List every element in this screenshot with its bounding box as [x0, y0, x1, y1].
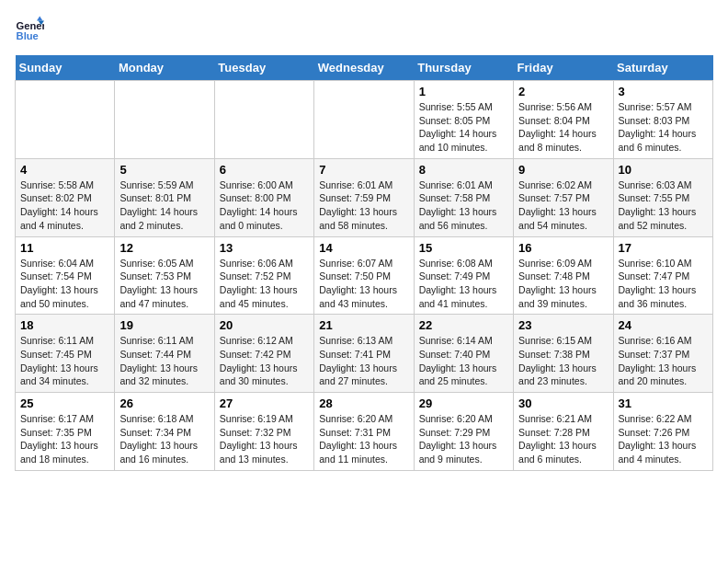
- week-row-1: 1Sunrise: 5:55 AM Sunset: 8:05 PM Daylig…: [16, 81, 713, 159]
- logo-icon: General Blue: [15, 15, 44, 44]
- day-number: 6: [220, 163, 309, 177]
- day-info: Sunrise: 6:11 AM Sunset: 7:45 PM Dayligh…: [20, 334, 109, 388]
- day-number: 14: [319, 241, 408, 255]
- logo: General Blue: [15, 15, 48, 44]
- day-number: 17: [619, 241, 708, 255]
- day-info: Sunrise: 6:03 AM Sunset: 7:55 PM Dayligh…: [619, 178, 708, 233]
- calendar-cell: 30Sunrise: 6:21 AM Sunset: 7:28 PM Dayli…: [514, 393, 613, 471]
- day-number: 30: [518, 396, 608, 410]
- calendar-cell: 31Sunrise: 6:22 AM Sunset: 7:26 PM Dayli…: [613, 393, 712, 471]
- day-info: Sunrise: 6:07 AM Sunset: 7:50 PM Dayligh…: [319, 257, 408, 311]
- svg-marker-2: [37, 17, 42, 21]
- week-row-2: 4Sunrise: 5:58 AM Sunset: 8:02 PM Daylig…: [16, 158, 713, 236]
- day-number: 24: [619, 318, 708, 332]
- calendar-cell: 21Sunrise: 6:13 AM Sunset: 7:41 PM Dayli…: [314, 315, 414, 393]
- calendar-cell: 7Sunrise: 6:01 AM Sunset: 7:59 PM Daylig…: [314, 158, 414, 236]
- calendar-cell: 9Sunrise: 6:02 AM Sunset: 7:57 PM Daylig…: [514, 158, 613, 236]
- day-number: 20: [220, 318, 309, 332]
- calendar-cell: 5Sunrise: 5:59 AM Sunset: 8:01 PM Daylig…: [115, 158, 214, 236]
- day-number: 1: [419, 85, 508, 98]
- day-info: Sunrise: 6:20 AM Sunset: 7:31 PM Dayligh…: [319, 412, 408, 466]
- calendar-cell: 12Sunrise: 6:05 AM Sunset: 7:53 PM Dayli…: [115, 236, 214, 315]
- day-number: 31: [619, 396, 708, 410]
- calendar-cell: 4Sunrise: 5:58 AM Sunset: 8:02 PM Daylig…: [16, 158, 115, 236]
- calendar-cell: 2Sunrise: 5:56 AM Sunset: 8:04 PM Daylig…: [514, 81, 613, 159]
- calendar-cell: 23Sunrise: 6:15 AM Sunset: 7:38 PM Dayli…: [514, 315, 613, 393]
- calendar-cell: 22Sunrise: 6:14 AM Sunset: 7:40 PM Dayli…: [414, 315, 513, 393]
- calendar-cell: 25Sunrise: 6:17 AM Sunset: 7:35 PM Dayli…: [16, 393, 115, 471]
- day-info: Sunrise: 6:05 AM Sunset: 7:53 PM Dayligh…: [119, 257, 209, 311]
- day-number: 23: [518, 318, 608, 332]
- svg-text:Blue: Blue: [17, 30, 39, 41]
- day-info: Sunrise: 6:02 AM Sunset: 7:57 PM Dayligh…: [518, 178, 608, 233]
- week-row-4: 18Sunrise: 6:11 AM Sunset: 7:45 PM Dayli…: [16, 315, 713, 393]
- day-number: 26: [119, 396, 209, 410]
- day-number: 28: [319, 396, 408, 410]
- weekday-header-row: SundayMondayTuesdayWednesdayThursdayFrid…: [16, 55, 713, 81]
- day-number: 19: [119, 318, 209, 332]
- weekday-monday: Monday: [115, 55, 214, 81]
- day-info: Sunrise: 6:10 AM Sunset: 7:47 PM Dayligh…: [619, 257, 708, 311]
- day-info: Sunrise: 6:01 AM Sunset: 7:58 PM Dayligh…: [419, 178, 508, 233]
- calendar-cell: 13Sunrise: 6:06 AM Sunset: 7:52 PM Dayli…: [214, 236, 313, 315]
- calendar-cell: [314, 81, 414, 159]
- day-info: Sunrise: 5:56 AM Sunset: 8:04 PM Dayligh…: [518, 100, 608, 155]
- calendar-cell: 27Sunrise: 6:19 AM Sunset: 7:32 PM Dayli…: [214, 393, 313, 471]
- calendar-cell: 16Sunrise: 6:09 AM Sunset: 7:48 PM Dayli…: [514, 236, 613, 315]
- day-number: 3: [619, 85, 708, 98]
- day-info: Sunrise: 6:22 AM Sunset: 7:26 PM Dayligh…: [619, 412, 708, 466]
- day-number: 8: [419, 163, 508, 177]
- day-info: Sunrise: 5:58 AM Sunset: 8:02 PM Dayligh…: [20, 178, 109, 233]
- day-info: Sunrise: 6:18 AM Sunset: 7:34 PM Dayligh…: [119, 412, 209, 466]
- day-number: 9: [518, 163, 608, 177]
- day-info: Sunrise: 6:14 AM Sunset: 7:40 PM Dayligh…: [419, 334, 508, 388]
- day-info: Sunrise: 6:15 AM Sunset: 7:38 PM Dayligh…: [518, 334, 608, 388]
- day-number: 29: [419, 396, 508, 410]
- day-number: 18: [20, 318, 109, 332]
- day-info: Sunrise: 5:57 AM Sunset: 8:03 PM Dayligh…: [619, 100, 708, 155]
- calendar-cell: 18Sunrise: 6:11 AM Sunset: 7:45 PM Dayli…: [16, 315, 115, 393]
- calendar-cell: 15Sunrise: 6:08 AM Sunset: 7:49 PM Dayli…: [414, 236, 513, 315]
- day-number: 11: [20, 241, 109, 255]
- weekday-tuesday: Tuesday: [214, 55, 313, 81]
- day-number: 10: [619, 163, 708, 177]
- day-number: 22: [419, 318, 508, 332]
- calendar-cell: 8Sunrise: 6:01 AM Sunset: 7:58 PM Daylig…: [414, 158, 513, 236]
- day-number: 27: [220, 396, 309, 410]
- week-row-5: 25Sunrise: 6:17 AM Sunset: 7:35 PM Dayli…: [16, 393, 713, 471]
- calendar-cell: 3Sunrise: 5:57 AM Sunset: 8:03 PM Daylig…: [613, 81, 712, 159]
- weekday-wednesday: Wednesday: [314, 55, 414, 81]
- day-info: Sunrise: 5:55 AM Sunset: 8:05 PM Dayligh…: [419, 100, 508, 155]
- day-info: Sunrise: 6:04 AM Sunset: 7:54 PM Dayligh…: [20, 257, 109, 311]
- calendar-body: 1Sunrise: 5:55 AM Sunset: 8:05 PM Daylig…: [16, 81, 713, 471]
- calendar-cell: 17Sunrise: 6:10 AM Sunset: 7:47 PM Dayli…: [613, 236, 712, 315]
- calendar-cell: [115, 81, 214, 159]
- week-row-3: 11Sunrise: 6:04 AM Sunset: 7:54 PM Dayli…: [16, 236, 713, 315]
- calendar-cell: [214, 81, 313, 159]
- day-info: Sunrise: 5:59 AM Sunset: 8:01 PM Dayligh…: [119, 178, 209, 233]
- weekday-sunday: Sunday: [16, 55, 115, 81]
- day-info: Sunrise: 6:12 AM Sunset: 7:42 PM Dayligh…: [220, 334, 309, 388]
- day-number: 16: [518, 241, 608, 255]
- day-number: 15: [419, 241, 508, 255]
- day-number: 21: [319, 318, 408, 332]
- day-info: Sunrise: 6:16 AM Sunset: 7:37 PM Dayligh…: [619, 334, 708, 388]
- day-info: Sunrise: 6:09 AM Sunset: 7:48 PM Dayligh…: [518, 257, 608, 311]
- weekday-friday: Friday: [514, 55, 613, 81]
- day-number: 7: [319, 163, 408, 177]
- day-info: Sunrise: 6:08 AM Sunset: 7:49 PM Dayligh…: [419, 257, 508, 311]
- day-info: Sunrise: 6:19 AM Sunset: 7:32 PM Dayligh…: [220, 412, 309, 466]
- day-number: 2: [518, 85, 608, 98]
- day-number: 12: [119, 241, 209, 255]
- calendar-cell: 6Sunrise: 6:00 AM Sunset: 8:00 PM Daylig…: [214, 158, 313, 236]
- day-info: Sunrise: 6:00 AM Sunset: 8:00 PM Dayligh…: [220, 178, 309, 233]
- day-number: 13: [220, 241, 309, 255]
- day-info: Sunrise: 6:06 AM Sunset: 7:52 PM Dayligh…: [220, 257, 309, 311]
- weekday-saturday: Saturday: [613, 55, 712, 81]
- day-info: Sunrise: 6:01 AM Sunset: 7:59 PM Dayligh…: [319, 178, 408, 233]
- calendar-cell: 11Sunrise: 6:04 AM Sunset: 7:54 PM Dayli…: [16, 236, 115, 315]
- day-info: Sunrise: 6:11 AM Sunset: 7:44 PM Dayligh…: [119, 334, 209, 388]
- calendar-cell: 10Sunrise: 6:03 AM Sunset: 7:55 PM Dayli…: [613, 158, 712, 236]
- calendar-cell: 24Sunrise: 6:16 AM Sunset: 7:37 PM Dayli…: [613, 315, 712, 393]
- page-header: General Blue: [15, 15, 713, 44]
